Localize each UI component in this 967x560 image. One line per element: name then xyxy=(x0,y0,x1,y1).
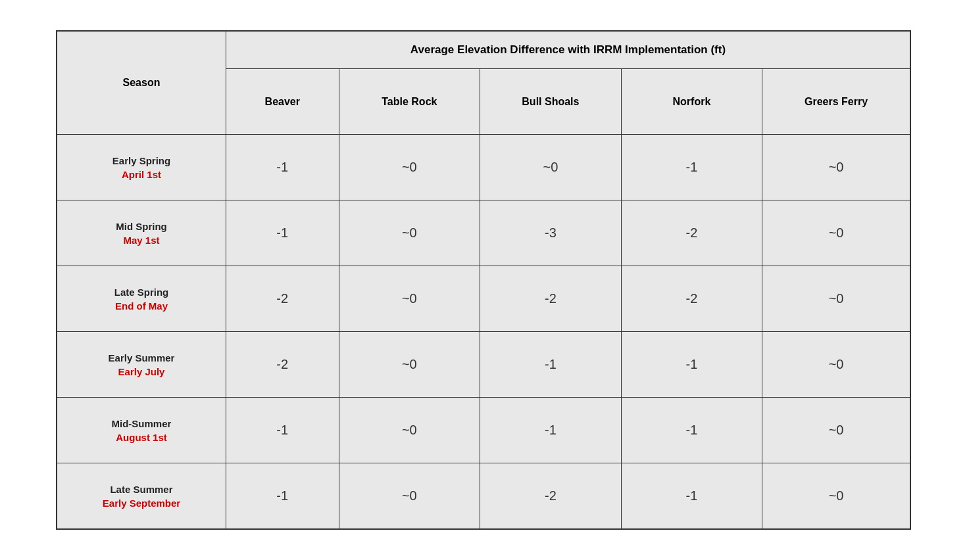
data-cell-tablerock-0: ~0 xyxy=(339,135,480,200)
table-row: Mid-SummerAugust 1st-1~0-1-1~0 xyxy=(57,398,910,463)
data-cell-norfork-0: -1 xyxy=(621,135,762,200)
data-cell-norfork-4: -1 xyxy=(621,398,762,463)
col-header-beaver: Beaver xyxy=(226,69,339,135)
data-cell-norfork-3: -1 xyxy=(621,332,762,398)
col-header-norfork: Norfork xyxy=(621,69,762,135)
season-cell-2: Late SpringEnd of May xyxy=(57,266,226,332)
data-cell-greerrsferry-1: ~0 xyxy=(762,200,910,266)
season-column-header: Season xyxy=(57,31,226,135)
season-line2: April 1st xyxy=(62,169,220,180)
season-line2: May 1st xyxy=(62,235,220,246)
season-line1: Mid Spring xyxy=(62,221,220,232)
season-cell-0: Early SpringApril 1st xyxy=(57,135,226,200)
data-cell-greerrsferry-4: ~0 xyxy=(762,398,910,463)
data-cell-norfork-5: -1 xyxy=(621,463,762,529)
season-cell-1: Mid SpringMay 1st xyxy=(57,200,226,266)
data-cell-bullshoals-4: -1 xyxy=(480,398,622,463)
data-cell-tablerock-4: ~0 xyxy=(339,398,480,463)
table-row: Late SummerEarly September-1~0-2-1~0 xyxy=(57,463,910,529)
season-line1: Late Spring xyxy=(62,287,220,298)
season-cell-5: Late SummerEarly September xyxy=(57,463,226,529)
table-row: Mid SpringMay 1st-1~0-3-2~0 xyxy=(57,200,910,266)
season-line2: Early July xyxy=(62,366,220,377)
col-header-bullshoals: Bull Shoals xyxy=(480,69,622,135)
data-cell-bullshoals-2: -2 xyxy=(480,266,622,332)
season-cell-4: Mid-SummerAugust 1st xyxy=(57,398,226,463)
season-line1: Mid-Summer xyxy=(62,418,220,429)
table-row: Early SummerEarly July-2~0-1-1~0 xyxy=(57,332,910,398)
season-line2: Early September xyxy=(62,498,220,509)
col-header-greerrsferry: Greers Ferry xyxy=(762,69,910,135)
data-cell-greerrsferry-0: ~0 xyxy=(762,135,910,200)
data-cell-tablerock-1: ~0 xyxy=(339,200,480,266)
data-cell-greerrsferry-2: ~0 xyxy=(762,266,910,332)
season-line1: Early Spring xyxy=(62,155,220,166)
season-cell-3: Early SummerEarly July xyxy=(57,332,226,398)
data-cell-norfork-2: -2 xyxy=(621,266,762,332)
data-cell-tablerock-3: ~0 xyxy=(339,332,480,398)
main-header: Average Elevation Difference with IRRM I… xyxy=(226,31,910,69)
table-row: Late SpringEnd of May-2~0-2-2~0 xyxy=(57,266,910,332)
data-cell-beaver-0: -1 xyxy=(226,135,339,200)
data-cell-bullshoals-1: -3 xyxy=(480,200,622,266)
data-cell-beaver-4: -1 xyxy=(226,398,339,463)
data-cell-beaver-2: -2 xyxy=(226,266,339,332)
data-cell-tablerock-2: ~0 xyxy=(339,266,480,332)
season-label: Season xyxy=(123,77,161,88)
data-cell-bullshoals-0: ~0 xyxy=(480,135,622,200)
season-line2: August 1st xyxy=(62,432,220,443)
data-cell-beaver-5: -1 xyxy=(226,463,339,529)
data-cell-tablerock-5: ~0 xyxy=(339,463,480,529)
season-line1: Early Summer xyxy=(62,352,220,363)
data-cell-greerrsferry-5: ~0 xyxy=(762,463,910,529)
data-cell-norfork-1: -2 xyxy=(621,200,762,266)
elevation-table: Season Average Elevation Difference with… xyxy=(56,30,911,530)
table-row: Early SpringApril 1st-1~0~0-1~0 xyxy=(57,135,910,200)
col-header-tablerock: Table Rock xyxy=(339,69,480,135)
season-line1: Late Summer xyxy=(62,484,220,495)
data-cell-beaver-3: -2 xyxy=(226,332,339,398)
table-wrapper: Season Average Elevation Difference with… xyxy=(56,30,911,530)
data-cell-beaver-1: -1 xyxy=(226,200,339,266)
data-cell-bullshoals-3: -1 xyxy=(480,332,622,398)
season-line2: End of May xyxy=(62,300,220,312)
data-cell-greerrsferry-3: ~0 xyxy=(762,332,910,398)
data-cell-bullshoals-5: -2 xyxy=(480,463,622,529)
